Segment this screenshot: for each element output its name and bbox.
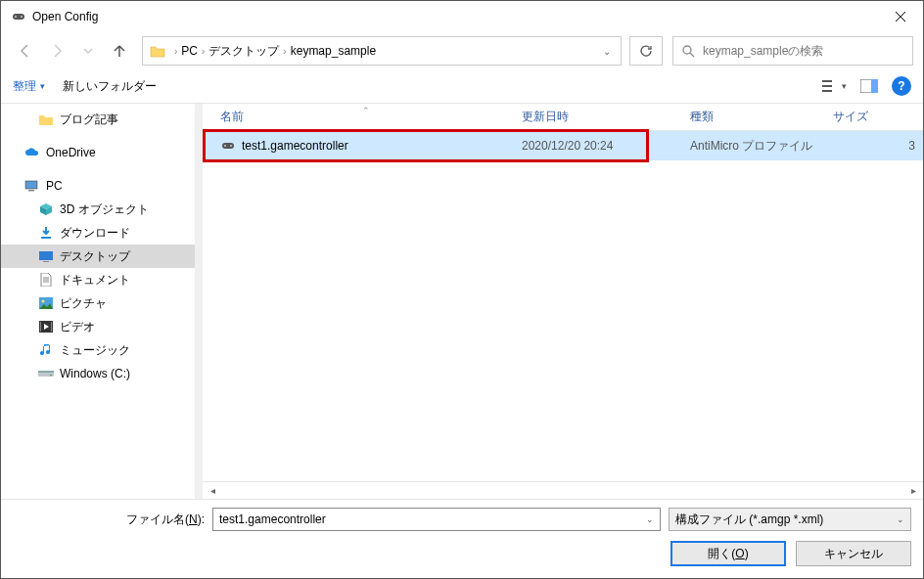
- filename-label: ファイル名(N):: [126, 512, 205, 528]
- svg-rect-5: [822, 85, 832, 87]
- svg-rect-13: [43, 261, 49, 262]
- search-placeholder: keymap_sampleの検索: [703, 43, 823, 60]
- document-icon: [38, 272, 54, 288]
- chevron-down-icon[interactable]: ⌄: [897, 514, 904, 524]
- tree-item-onedrive[interactable]: OneDrive: [1, 141, 195, 164]
- file-name: test1.gamecontroller: [242, 139, 348, 153]
- scroll-left-icon[interactable]: ◂: [205, 485, 220, 496]
- svg-point-23: [224, 145, 226, 147]
- svg-rect-20: [38, 371, 54, 373]
- close-button[interactable]: [878, 1, 923, 32]
- svg-point-15: [42, 300, 45, 303]
- svg-rect-0: [13, 14, 24, 20]
- dialog-footer: ファイル名(N): test1.gamecontroller⌄ 構成ファイル (…: [1, 499, 923, 578]
- col-header-name[interactable]: ⌃名前: [203, 109, 522, 125]
- svg-rect-9: [25, 181, 37, 189]
- crumb-desktop[interactable]: デスクトップ: [208, 43, 279, 60]
- crumb-pc[interactable]: PC: [181, 44, 198, 58]
- sort-asc-icon: ⌃: [362, 106, 370, 115]
- search-input[interactable]: keymap_sampleの検索: [672, 36, 913, 66]
- tree-item-blog[interactable]: ブログ記事: [1, 108, 195, 131]
- svg-rect-22: [222, 143, 234, 149]
- folder-icon: [38, 111, 54, 127]
- tree-item-music[interactable]: ミュージック: [1, 338, 195, 362]
- svg-rect-11: [41, 237, 51, 239]
- music-icon: [38, 342, 54, 358]
- window-title: Open Config: [32, 10, 98, 23]
- toolbar: 整理▾ 新しいフォルダー ▾ ?: [1, 69, 923, 103]
- chevron-right-icon: ›: [283, 46, 286, 57]
- filename-input[interactable]: test1.gamecontroller⌄: [212, 508, 661, 531]
- download-icon: [38, 225, 54, 241]
- tree-item-3dobjects[interactable]: 3D オブジェクト: [1, 198, 195, 221]
- list-header: ⌃名前 更新日時 種類 サイズ: [203, 104, 923, 131]
- svg-point-21: [50, 375, 52, 377]
- tree-item-downloads[interactable]: ダウンロード: [1, 221, 195, 245]
- up-button[interactable]: [105, 37, 134, 65]
- filetype-select[interactable]: 構成ファイル (*.amgp *.xml)⌄: [669, 508, 911, 531]
- address-dropdown[interactable]: ⌄: [603, 46, 615, 57]
- horizontal-scrollbar[interactable]: ◂ ▸: [203, 481, 923, 499]
- search-icon: [681, 44, 695, 58]
- dialog-body: ブログ記事 OneDrive PC 3D オブジェクト ダウンロード デスクトッ…: [1, 104, 923, 499]
- new-folder-button[interactable]: 新しいフォルダー: [63, 78, 157, 95]
- col-header-date[interactable]: 更新日時: [522, 109, 690, 125]
- tree-item-documents[interactable]: ドキュメント: [1, 268, 195, 291]
- file-icon: [220, 138, 236, 154]
- open-button[interactable]: 開く(O): [670, 541, 786, 566]
- tree-item-cdrive[interactable]: Windows (C:): [1, 362, 195, 385]
- picture-icon: [38, 295, 54, 311]
- splitter[interactable]: [195, 104, 203, 499]
- help-button[interactable]: ?: [892, 76, 911, 96]
- preview-pane-button[interactable]: [860, 79, 878, 93]
- tree-item-pc[interactable]: PC: [1, 174, 195, 198]
- file-row[interactable]: test1.gamecontroller 2020/12/20 20:24 An…: [203, 131, 923, 160]
- chevron-right-icon: ›: [202, 46, 205, 57]
- chevron-right-icon: ›: [174, 46, 177, 57]
- tree-item-pictures[interactable]: ピクチャ: [1, 291, 195, 315]
- svg-rect-6: [822, 90, 832, 92]
- organize-menu[interactable]: 整理▾: [13, 78, 45, 95]
- svg-rect-12: [39, 251, 53, 260]
- cube-icon: [38, 201, 54, 217]
- svg-point-3: [683, 46, 691, 54]
- file-date: 2020/12/20 20:24: [522, 139, 690, 153]
- refresh-button[interactable]: [629, 36, 663, 66]
- titlebar: Open Config: [1, 1, 923, 32]
- tree-item-desktop[interactable]: デスクトップ: [1, 245, 195, 268]
- file-size: 3: [829, 139, 923, 153]
- file-open-dialog: Open Config › PC › デスクトップ › keymap_sampl…: [0, 0, 924, 579]
- view-options-button[interactable]: ▾: [822, 79, 847, 93]
- crumb-folder[interactable]: keymap_sample: [291, 44, 376, 58]
- col-header-size[interactable]: サイズ: [829, 109, 923, 125]
- file-type: AntiMicro プロファイル: [690, 138, 829, 155]
- svg-rect-8: [871, 79, 878, 93]
- recent-dropdown[interactable]: [73, 37, 103, 65]
- app-icon: [11, 9, 26, 24]
- svg-point-1: [15, 16, 17, 18]
- desktop-icon: [38, 248, 54, 264]
- svg-rect-18: [51, 322, 52, 332]
- scroll-right-icon[interactable]: ▸: [905, 485, 921, 496]
- cancel-button[interactable]: キャンセル: [796, 541, 911, 566]
- cloud-icon: [24, 145, 40, 160]
- svg-rect-17: [40, 322, 41, 332]
- pc-icon: [24, 178, 40, 194]
- tree-item-videos[interactable]: ビデオ: [1, 315, 195, 338]
- svg-point-24: [230, 145, 232, 147]
- chevron-down-icon[interactable]: ⌄: [646, 514, 654, 524]
- back-button[interactable]: [11, 37, 40, 65]
- nav-row: › PC › デスクトップ › keymap_sample ⌄ keymap_s…: [1, 32, 923, 69]
- folder-icon: [149, 42, 166, 60]
- address-bar[interactable]: › PC › デスクトップ › keymap_sample ⌄: [142, 36, 622, 66]
- col-header-type[interactable]: 種類: [690, 109, 829, 125]
- file-list: ⌃名前 更新日時 種類 サイズ test1.gamecontroller 202…: [203, 104, 923, 499]
- svg-point-2: [21, 16, 23, 18]
- svg-rect-4: [822, 80, 832, 82]
- forward-button[interactable]: [42, 37, 71, 65]
- drive-icon: [38, 366, 54, 381]
- video-icon: [38, 319, 54, 334]
- svg-rect-10: [28, 190, 34, 192]
- nav-tree[interactable]: ブログ記事 OneDrive PC 3D オブジェクト ダウンロード デスクトッ…: [1, 104, 195, 499]
